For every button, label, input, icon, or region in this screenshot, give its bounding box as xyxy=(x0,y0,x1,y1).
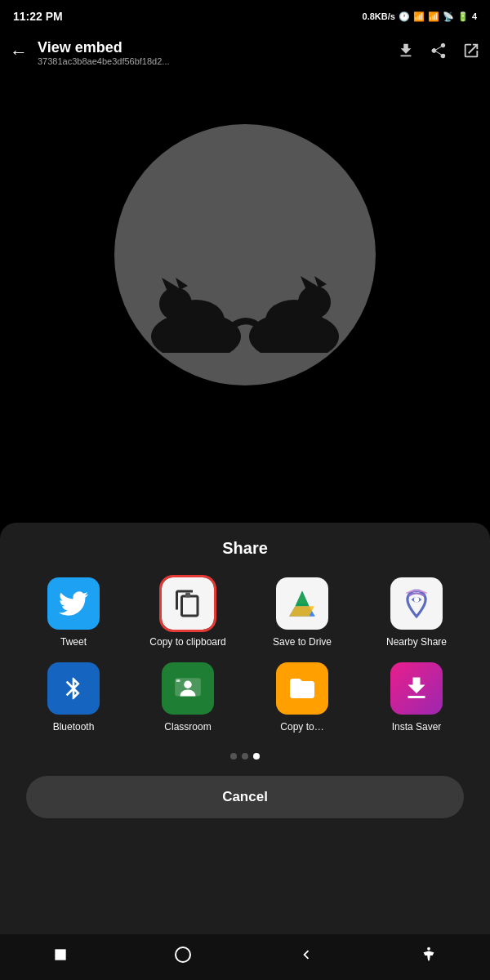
wifi-icon: 📡 xyxy=(443,11,454,22)
drive-icon xyxy=(276,577,328,630)
svg-point-13 xyxy=(184,680,192,688)
download-button[interactable] xyxy=(397,42,415,64)
share-item-tweet[interactable]: Tweet xyxy=(20,577,127,649)
share-button[interactable] xyxy=(430,42,448,64)
silhouette xyxy=(131,255,359,353)
share-item-classroom[interactable]: Classroom xyxy=(134,662,242,734)
app-bar-actions xyxy=(397,42,480,64)
share-item-clipboard[interactable]: Copy to clipboard xyxy=(134,577,242,649)
svg-point-7 xyxy=(298,286,331,318)
battery-icon: 🔋 xyxy=(457,11,469,22)
dot-3 xyxy=(253,753,260,760)
bluetooth-label: Bluetooth xyxy=(53,721,95,734)
clock-icon: 🕐 xyxy=(399,11,410,22)
tweet-label: Tweet xyxy=(60,636,87,649)
app-bar-title-group: View embed 37381ac3b8ae4be3df56bf18d2... xyxy=(38,39,397,66)
instasaver-label: Insta Saver xyxy=(392,721,442,734)
status-bar: 11:22 PM 0.8KB/s 🕐 📶 📶 📡 🔋 4 xyxy=(0,0,490,29)
share-item-nearby[interactable]: Nearby Share xyxy=(363,577,470,649)
nav-accessibility-button[interactable] xyxy=(420,946,438,969)
share-grid: Tweet Copy to clipboard Sa xyxy=(13,577,477,733)
svg-rect-15 xyxy=(55,949,65,960)
battery-level: 4 xyxy=(472,11,477,21)
pagination-dots xyxy=(13,753,477,760)
clipboard-label: Copy to clipboard xyxy=(149,636,225,649)
nav-bar xyxy=(0,934,490,980)
status-time: 11:22 PM xyxy=(13,10,63,23)
moon-container xyxy=(106,108,384,385)
nearby-label: Nearby Share xyxy=(386,636,447,649)
share-sheet: Share Tweet Copy to clipboard xyxy=(0,523,490,980)
share-item-instasaver[interactable]: Insta Saver xyxy=(363,662,470,734)
share-item-copyto[interactable]: Copy to… xyxy=(248,662,356,734)
copyto-icon xyxy=(276,662,328,715)
back-button[interactable]: ← xyxy=(10,42,28,63)
classroom-icon xyxy=(162,662,214,715)
nav-home-button[interactable] xyxy=(173,945,193,969)
bluetooth-icon xyxy=(47,662,100,715)
share-item-drive[interactable]: Save to Drive xyxy=(248,577,356,649)
clipboard-icon xyxy=(162,577,214,630)
dot-2 xyxy=(242,753,248,760)
network-speed: 0.8KB/s xyxy=(363,11,395,21)
share-title: Share xyxy=(13,539,477,558)
status-icons: 0.8KB/s 🕐 📶 📶 📡 🔋 4 xyxy=(363,11,477,22)
svg-point-11 xyxy=(414,597,419,602)
drive-label: Save to Drive xyxy=(273,636,332,649)
page-title: View embed xyxy=(38,39,397,56)
classroom-label: Classroom xyxy=(164,721,211,734)
signal-icon-2: 📶 xyxy=(428,11,439,22)
cancel-button[interactable]: Cancel xyxy=(26,776,464,818)
signal-icon-1: 📶 xyxy=(413,11,425,22)
share-item-bluetooth[interactable]: Bluetooth xyxy=(20,662,127,734)
dot-1 xyxy=(230,753,237,760)
instasaver-icon xyxy=(390,662,443,715)
svg-point-16 xyxy=(176,947,190,962)
nav-back-button[interactable] xyxy=(297,946,315,969)
svg-rect-10 xyxy=(185,593,190,598)
open-button[interactable] xyxy=(462,42,480,64)
nearby-icon xyxy=(390,577,443,630)
svg-point-17 xyxy=(427,947,430,951)
twitter-icon xyxy=(47,577,100,630)
app-bar: ← View embed 37381ac3b8ae4be3df56bf18d2.… xyxy=(0,29,490,75)
page-subtitle: 37381ac3b8ae4be3df56bf18d2... xyxy=(38,56,397,66)
copyto-label: Copy to… xyxy=(280,721,323,734)
nav-stop-button[interactable] xyxy=(52,947,69,968)
main-content xyxy=(0,75,490,418)
svg-point-3 xyxy=(159,287,192,320)
svg-rect-14 xyxy=(176,679,180,682)
